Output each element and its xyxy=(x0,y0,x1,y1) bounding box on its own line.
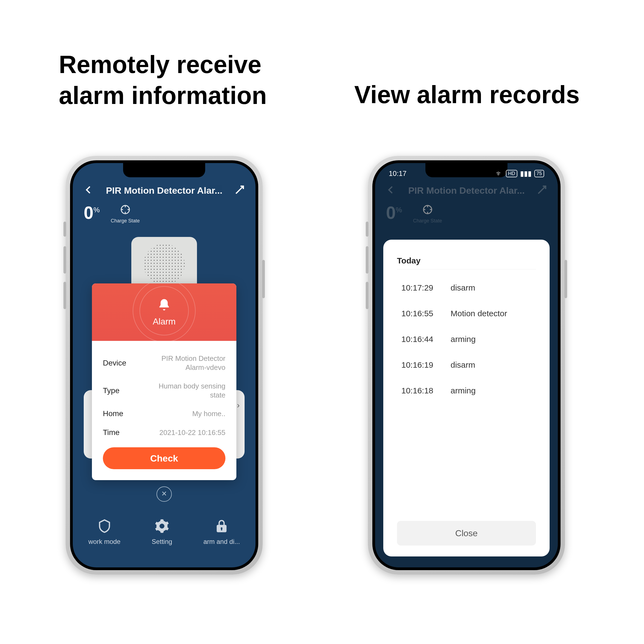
record-row[interactable]: 10:16:44 arming xyxy=(397,326,536,352)
tab-label: work mode xyxy=(88,538,120,546)
tab-label: Setting xyxy=(152,538,172,546)
record-row[interactable]: 10:16:19 disarm xyxy=(397,352,536,378)
wifi-icon: ᯤ xyxy=(496,169,503,178)
lock-icon xyxy=(214,519,229,535)
bottom-tab-bar: work mode Setting arm and di... xyxy=(73,519,256,554)
record-time: 10:16:55 xyxy=(401,309,442,318)
signal-icon: ▮▮▮ xyxy=(520,169,532,178)
back-icon[interactable] xyxy=(84,185,94,196)
shield-icon xyxy=(97,519,112,535)
hd-badge: HD xyxy=(506,170,517,177)
label: Time xyxy=(103,428,120,437)
record-row[interactable]: 10:17:29 disarm xyxy=(397,275,536,301)
battery-percent: 0 % xyxy=(84,204,100,222)
record-time: 10:16:44 xyxy=(401,335,442,344)
record-time: 10:16:19 xyxy=(401,360,442,370)
phone-mockup-records: 10:17 ᯤ HD ▮▮▮ 75 PIR Motion Detector Al… xyxy=(368,156,565,575)
record-event: arming xyxy=(451,335,476,344)
tab-label: arm and di... xyxy=(203,538,240,546)
alarm-row-time: Time 2021-10-22 10:16:55 xyxy=(103,423,225,442)
record-event: disarm xyxy=(451,360,475,370)
records-section-title: Today xyxy=(397,256,536,265)
close-button[interactable]: Close xyxy=(397,521,536,546)
label: Home xyxy=(103,409,123,418)
battery-badge: 75 xyxy=(534,170,544,177)
edit-icon[interactable] xyxy=(235,185,245,196)
alarm-row-type: Type Human body sensing state xyxy=(103,377,225,404)
charge-icon xyxy=(120,204,131,216)
tab-setting[interactable]: Setting xyxy=(152,519,172,546)
alarm-modal: Alarm Device PIR Motion Detector Alarm-v… xyxy=(92,283,236,480)
alarm-title: Alarm xyxy=(153,317,176,327)
value: 2021-10-22 10:16:55 xyxy=(159,428,225,437)
close-modal-button[interactable] xyxy=(156,486,172,502)
records-sheet: Today 10:17:29 disarm 10:16:55 Motion de… xyxy=(383,240,550,556)
headline-right: View alarm records xyxy=(354,79,601,110)
headline-left: Remotely receive alarm information xyxy=(59,49,278,111)
status-time: 10:17 xyxy=(389,169,407,178)
label: Type xyxy=(103,386,120,395)
percent-symbol: % xyxy=(94,206,100,214)
check-button[interactable]: Check xyxy=(103,447,225,469)
label: Device xyxy=(103,359,126,367)
gear-icon xyxy=(155,519,169,535)
alarm-row-device: Device PIR Motion Detector Alarm-vdevo xyxy=(103,349,225,377)
alarm-header: Alarm xyxy=(92,283,236,341)
phone-mockup-alarm: PIR Motion Detector Alar... 0 % Charge S… xyxy=(66,156,263,575)
notch xyxy=(123,163,205,177)
nav-title: PIR Motion Detector Alar... xyxy=(106,185,222,196)
record-row[interactable]: 10:16:18 arming xyxy=(397,378,536,404)
record-event: arming xyxy=(451,386,476,395)
app-navbar: PIR Motion Detector Alar... xyxy=(73,179,256,201)
record-event: Motion detector xyxy=(451,309,507,318)
value: PIR Motion Detector Alarm-vdevo xyxy=(143,354,225,372)
device-status-row: 0 % Charge State xyxy=(84,204,140,224)
charge-label: Charge State xyxy=(111,218,140,224)
record-time: 10:17:29 xyxy=(401,283,442,292)
battery-value: 0 xyxy=(84,204,94,222)
chevron-right-icon: › xyxy=(237,401,240,410)
record-time: 10:16:18 xyxy=(401,386,442,395)
charge-state: Charge State xyxy=(111,204,140,224)
value: Human body sensing state xyxy=(143,382,225,399)
record-row[interactable]: 10:16:55 Motion detector xyxy=(397,301,536,326)
records-list: 10:17:29 disarm 10:16:55 Motion detector… xyxy=(397,275,536,521)
record-event: disarm xyxy=(451,283,475,292)
tab-arm-disarm[interactable]: arm and di... xyxy=(203,519,240,546)
close-icon xyxy=(161,491,167,498)
alarm-row-home: Home My home.. xyxy=(103,404,225,423)
value: My home.. xyxy=(192,409,225,418)
tab-work-mode[interactable]: work mode xyxy=(88,519,120,546)
status-bar: 10:17 ᯤ HD ▮▮▮ 75 xyxy=(375,168,558,179)
